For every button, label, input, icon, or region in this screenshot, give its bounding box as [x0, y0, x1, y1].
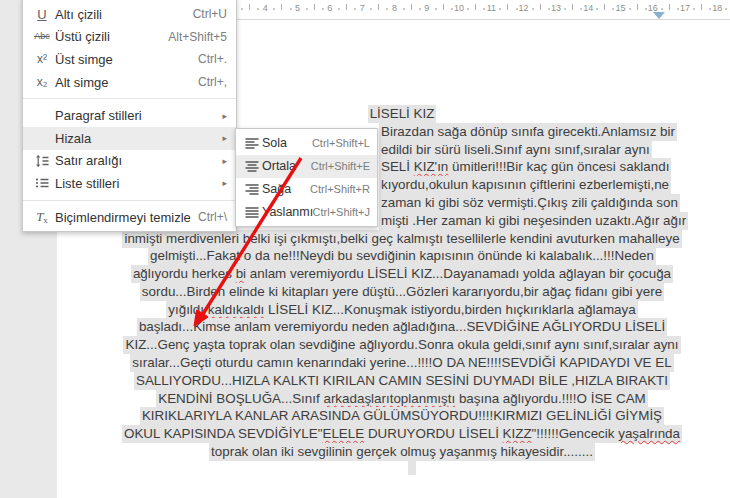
- selected-text: Birazdan sağa dönüp sınıfa girecekti.Anl…: [379, 123, 677, 141]
- submenu-item-align-left[interactable]: SolaCtrl+Shift+L: [236, 132, 377, 155]
- ruler-tick: [645, 8, 647, 10]
- align-submenu: SolaCtrl+Shift+LOrtalaCtrl+Shift+ESağaCt…: [235, 128, 378, 227]
- doc-line[interactable]: OKUL KAPISINDA SEVDİĞİYLE"ELELE DURUYORD…: [74, 425, 730, 442]
- superscript-icon: x²: [29, 53, 55, 65]
- selected-text: sıralar...Geçti oturdu camın kenarındaki…: [130, 354, 673, 372]
- doc-line[interactable]: başladı...Kimse anlam veremiyordu neden …: [74, 318, 730, 335]
- ruler-number: 17: [680, 3, 690, 13]
- ruler-tick: [677, 8, 679, 10]
- ruler-tick: [693, 8, 695, 10]
- ruler-tick: [661, 8, 663, 10]
- selected-text: mişti .Her zaman ki gibi neşesinden uzak…: [379, 212, 688, 230]
- ruler-tick: [499, 8, 501, 10]
- submenu-arrow-icon: ▸: [222, 133, 227, 143]
- selected-text: SALLIYORDU...HIZLA KALKTI KIRILAN CAMIN …: [134, 372, 670, 390]
- menu-item-underline[interactable]: UAltı çiziliCtrl+U: [23, 3, 236, 26]
- ruler-number: 8: [392, 3, 397, 13]
- menu-item-label: Hizala: [55, 131, 222, 146]
- doc-line[interactable]: yığıldı kaldıkaldı LİSELİ KIZ...Konuşmak…: [74, 301, 730, 318]
- ruler-number: 16: [648, 3, 658, 13]
- menu-item-subscript[interactable]: x₂Alt simgeCtrl+,: [23, 71, 236, 94]
- ruler-tick: [604, 4, 605, 10]
- ruler-tick: [257, 8, 259, 10]
- selected-text: sordu...Birden elinde ki kitapları yere …: [140, 283, 664, 301]
- menu-item-shortcut: Ctrl+,: [198, 75, 227, 89]
- ruler-tick: [580, 8, 582, 10]
- doc-line[interactable]: sıralar...Geçti oturdu camın kenarındaki…: [74, 354, 730, 371]
- ruler-tick: [338, 8, 340, 10]
- menu-item-label: Paragraf stilleri: [55, 108, 222, 123]
- ruler-tick: [548, 8, 550, 10]
- ruler-tick: [435, 8, 437, 10]
- ruler-tick: [629, 8, 631, 10]
- submenu-item-align-center[interactable]: OrtalaCtrl+Shift+E: [236, 155, 377, 178]
- menu-item-label: Altı çizili: [55, 7, 193, 22]
- ruler-tick: [419, 8, 421, 10]
- menu-item-list-styles[interactable]: Liste stilleri▸: [23, 172, 236, 195]
- doc-line[interactable]: SALLIYORDU...HIZLA KALKTI KIRILAN CAMIN …: [74, 372, 730, 389]
- ruler-tick: [596, 8, 598, 10]
- menu-item-line-spacing[interactable]: Satır aralığı▸: [23, 150, 236, 173]
- align-center-icon: [242, 159, 262, 173]
- ruler-number: 13: [551, 3, 561, 13]
- selected-text: OKUL KAPISINDA SEVDİĞİYLE"ELELE DURUYORD…: [122, 425, 682, 443]
- ruler-tick: [411, 4, 412, 10]
- ruler-tick: [378, 4, 379, 10]
- ruler-number: 5: [295, 3, 300, 13]
- format-menu: UAltı çiziliCtrl+UAbcÜstü çiziliAlt+Shif…: [22, 0, 237, 232]
- ruler-number: 11: [487, 3, 496, 13]
- menu-item-label: Sağa: [262, 182, 310, 196]
- submenu-item-align-justify[interactable]: YaslanmışCtrl+Shift+J: [236, 200, 377, 223]
- ruler-tick: [370, 8, 372, 10]
- menu-item-shortcut: Ctrl+Shift+E: [311, 160, 370, 172]
- strikethrough-icon: Abc: [29, 32, 55, 41]
- selected-empty-paragraph-mark: [408, 460, 416, 475]
- ruler-tick: [467, 8, 469, 10]
- menu-item-label: Üstü çizili: [55, 29, 168, 44]
- selected-text: SELİ KIZ'ın ümitleri!!!Bir kaç gün önces…: [379, 158, 671, 176]
- menu-item-label: Yaslanmış: [262, 205, 313, 219]
- line-spacing-icon: [29, 154, 55, 168]
- doc-line[interactable]: ağlıyordu herkes bi anlam veremiyordu Lİ…: [74, 265, 730, 282]
- selected-text: edildi bir sürü liseli.Sınıf aynı sınıf,…: [379, 141, 652, 159]
- menu-item-superscript[interactable]: x²Üst simgeCtrl+.: [23, 48, 236, 71]
- ruler-tick: [725, 8, 727, 10]
- selected-text: KIRIKLARIYLA KANLAR ARASINDA GÜLÜMSÜYORD…: [140, 407, 664, 425]
- ruler-tick: [564, 8, 566, 10]
- ruler-number: 9: [424, 3, 429, 13]
- align-left-icon: [242, 136, 262, 150]
- menu-item-shortcut: Ctrl+.: [198, 52, 227, 66]
- menu-item-shortcut: Ctrl+U: [193, 7, 227, 21]
- menu-item-strikethrough[interactable]: AbcÜstü çiziliAlt+Shift+5: [23, 26, 236, 49]
- menu-item-paragraph-styles[interactable]: Paragraf stilleri▸: [23, 104, 236, 127]
- menu-item-clear-formatting[interactable]: TxBiçimlendirmeyi temizleCtrl+\: [23, 206, 236, 229]
- ruler-tick: [516, 8, 518, 10]
- ruler-tick: [507, 4, 508, 10]
- selected-text: zaman ki gibi söz vermişti.Çıkış zili ça…: [379, 194, 680, 212]
- clear-formatting-icon: Tx: [29, 210, 55, 225]
- ruler-number: 14: [583, 3, 593, 13]
- doc-line[interactable]: KENDİNİ BOŞLUĞA...Sınıf arkadaşlarıtopla…: [74, 390, 730, 407]
- submenu-arrow-icon: ▸: [222, 178, 227, 188]
- menu-item-label: Üst simge: [55, 52, 198, 67]
- doc-line[interactable]: sordu...Birden elinde ki kitapları yere …: [74, 283, 730, 300]
- doc-line[interactable]: KIZ...Genç yaşta toprak olan sevdiğine a…: [74, 336, 730, 353]
- ruler-tick: [709, 8, 711, 10]
- ruler-tick: [612, 8, 614, 10]
- selected-text: KENDİNİ BOŞLUĞA...Sınıf arkadaşlarıtopla…: [156, 390, 647, 408]
- menu-item-shortcut: Ctrl+Shift+L: [312, 137, 370, 149]
- ruler-tick: [451, 8, 453, 10]
- menu-item-label: Ortala: [262, 159, 311, 173]
- ruler-tick: [354, 8, 356, 10]
- menu-item-shortcut: Alt+Shift+5: [168, 30, 227, 44]
- align-justify-icon: [242, 205, 262, 219]
- align-right-icon: [242, 182, 262, 196]
- submenu-item-align-right[interactable]: SağaCtrl+Shift+R: [236, 178, 377, 201]
- menu-item-align[interactable]: Hizala▸: [23, 127, 236, 150]
- doc-line[interactable]: KIRIKLARIYLA KANLAR ARASINDA GÜLÜMSÜYORD…: [74, 407, 730, 424]
- doc-line[interactable]: toprak olan iki sevgilinin gerçek olmuş …: [74, 443, 730, 460]
- ruler-tick: [403, 8, 405, 10]
- doc-line[interactable]: gelmişti...Fakat o da ne!!!Neydi bu sevd…: [74, 247, 730, 264]
- ruler-indent-marker[interactable]: [653, 12, 665, 19]
- ruler-tick: [314, 4, 315, 10]
